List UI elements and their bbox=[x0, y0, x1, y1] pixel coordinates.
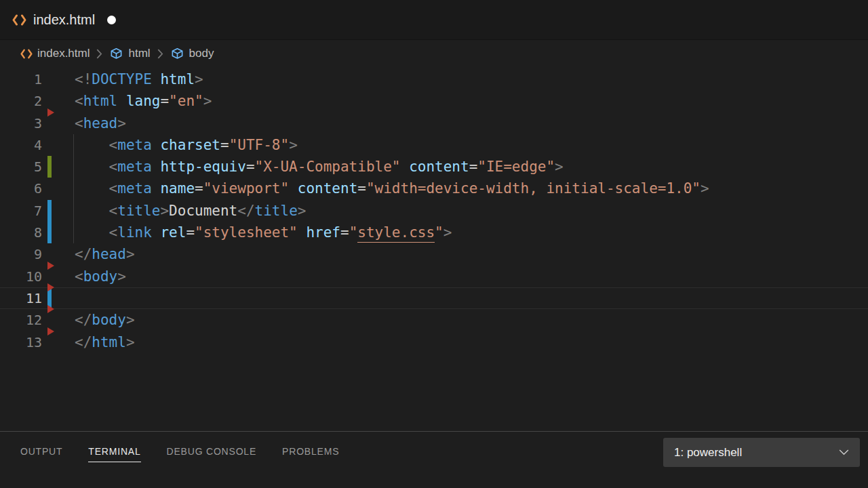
panel-tab-output[interactable]: OUTPUT bbox=[20, 446, 62, 462]
line-number-gutter: 4 bbox=[0, 134, 75, 156]
line-number-gutter: 12 bbox=[0, 309, 75, 331]
chevron-down-icon bbox=[839, 449, 849, 455]
code-line-text: <body> bbox=[75, 266, 126, 287]
chevron-right-icon bbox=[96, 49, 102, 59]
panel-tab-terminal[interactable]: TERMINAL bbox=[88, 446, 140, 462]
gutter-deleted-marker-icon bbox=[47, 262, 54, 270]
code-line[interactable]: 8 <link rel="stylesheet" href="style.css… bbox=[0, 222, 868, 243]
panel-tab-problems[interactable]: PROBLEMS bbox=[282, 446, 339, 462]
line-number: 13 bbox=[26, 331, 42, 353]
line-number-gutter: 1 bbox=[0, 68, 75, 90]
code-line[interactable]: 1<!DOCTYPE html> bbox=[0, 68, 868, 90]
line-number: 4 bbox=[34, 134, 42, 156]
gutter-added-marker bbox=[47, 156, 52, 178]
line-number: 6 bbox=[34, 178, 42, 199]
code-line[interactable]: 13</html> bbox=[0, 331, 868, 353]
breadcrumb-label: html bbox=[128, 47, 150, 60]
breadcrumb-label: body bbox=[189, 47, 214, 60]
gutter-modified-marker bbox=[47, 200, 52, 222]
code-line[interactable]: 11 bbox=[0, 287, 868, 309]
indent-guide bbox=[73, 134, 74, 156]
code-line[interactable]: 12</body> bbox=[0, 309, 868, 331]
code-line-text: <!DOCTYPE html> bbox=[75, 68, 203, 90]
line-number-gutter: 5 bbox=[0, 156, 75, 178]
line-number: 9 bbox=[34, 243, 42, 265]
indent-guide bbox=[73, 156, 74, 178]
editor-tab-bar: index.html bbox=[0, 0, 868, 40]
code-line-text: <meta charset="UTF-8"> bbox=[75, 134, 298, 156]
code-line[interactable]: 2<html lang="en"> bbox=[0, 90, 868, 112]
panel-tab-debug-console[interactable]: DEBUG CONSOLE bbox=[167, 446, 257, 462]
indent-guide bbox=[73, 222, 74, 243]
breadcrumb-label: index.html bbox=[37, 47, 90, 60]
line-number-gutter: 3 bbox=[0, 113, 75, 134]
line-number: 8 bbox=[34, 222, 42, 243]
code-file-icon bbox=[12, 14, 26, 26]
code-line-text: <title>Document</title> bbox=[75, 200, 306, 222]
line-number-gutter: 8 bbox=[0, 222, 75, 243]
gutter-deleted-marker-icon bbox=[47, 327, 54, 336]
code-line-text: <meta name="viewport" content="width=dev… bbox=[75, 178, 709, 199]
code-line-text: <head> bbox=[75, 113, 126, 134]
code-line-text: </body> bbox=[75, 309, 135, 331]
gutter-deleted-marker-icon bbox=[47, 305, 54, 313]
indent-guide bbox=[73, 178, 74, 199]
breadcrumb: index.html html body bbox=[0, 40, 868, 67]
line-number: 2 bbox=[34, 90, 42, 112]
code-line-text: <link rel="stylesheet" href="style.css"> bbox=[75, 222, 452, 243]
code-line-text: </html> bbox=[75, 331, 135, 353]
code-line[interactable]: 5 <meta http-equiv="X-UA-Compatible" con… bbox=[0, 156, 868, 178]
code-line[interactable]: 9</head> bbox=[0, 243, 868, 265]
breadcrumb-item-file[interactable]: index.html bbox=[20, 47, 90, 60]
line-number-gutter: 7 bbox=[0, 200, 75, 222]
code-editor[interactable]: 1<!DOCTYPE html>2<html lang="en">3<head>… bbox=[0, 67, 868, 433]
line-number: 11 bbox=[26, 287, 42, 309]
indent-guide bbox=[73, 200, 74, 222]
code-line[interactable]: 4 <meta charset="UTF-8"> bbox=[0, 134, 868, 156]
code-line[interactable]: 10<body> bbox=[0, 266, 868, 287]
line-number-gutter: 13 bbox=[0, 331, 75, 353]
tab-title: index.html bbox=[33, 12, 95, 28]
code-line-text: </head> bbox=[75, 243, 135, 265]
code-line[interactable]: 6 <meta name="viewport" content="width=d… bbox=[0, 178, 868, 199]
cube-icon bbox=[109, 47, 123, 60]
breadcrumb-item-body[interactable]: body bbox=[170, 47, 214, 60]
vscode-window: index.html index.html html body bbox=[0, 0, 868, 488]
cube-icon bbox=[170, 47, 184, 60]
chevron-right-icon bbox=[157, 49, 163, 59]
code-line-text: <meta http-equiv="X-UA-Compatible" conte… bbox=[75, 156, 564, 178]
bottom-panel: OUTPUTTERMINALDEBUG CONSOLEPROBLEMS 1: p… bbox=[0, 431, 868, 488]
line-number-gutter: 6 bbox=[0, 178, 75, 199]
modified-indicator-icon bbox=[107, 16, 116, 24]
code-line[interactable]: 7 <title>Document</title> bbox=[0, 200, 868, 222]
line-number-gutter: 11 bbox=[0, 287, 75, 309]
line-number: 3 bbox=[34, 113, 42, 134]
line-number: 5 bbox=[34, 156, 42, 178]
terminal-selector-value: 1: powershell bbox=[674, 446, 742, 460]
code-line-text: <html lang="en"> bbox=[75, 90, 212, 112]
line-number-gutter: 9 bbox=[0, 243, 75, 265]
code-file-icon bbox=[20, 49, 33, 59]
breadcrumb-item-html[interactable]: html bbox=[109, 47, 150, 60]
gutter-modified-marker bbox=[47, 222, 52, 243]
line-number-gutter: 2 bbox=[0, 90, 75, 112]
line-number: 10 bbox=[26, 266, 42, 287]
line-number: 7 bbox=[34, 200, 42, 222]
editor-tab-index-html[interactable]: index.html bbox=[0, 0, 116, 39]
line-number: 1 bbox=[34, 68, 42, 90]
line-number: 12 bbox=[26, 309, 42, 331]
terminal-selector-dropdown[interactable]: 1: powershell bbox=[663, 438, 860, 467]
gutter-deleted-marker-icon bbox=[47, 108, 54, 117]
code-line[interactable]: 3<head> bbox=[0, 113, 868, 134]
gutter-deleted-marker-icon bbox=[47, 283, 54, 291]
line-number-gutter: 10 bbox=[0, 266, 75, 287]
